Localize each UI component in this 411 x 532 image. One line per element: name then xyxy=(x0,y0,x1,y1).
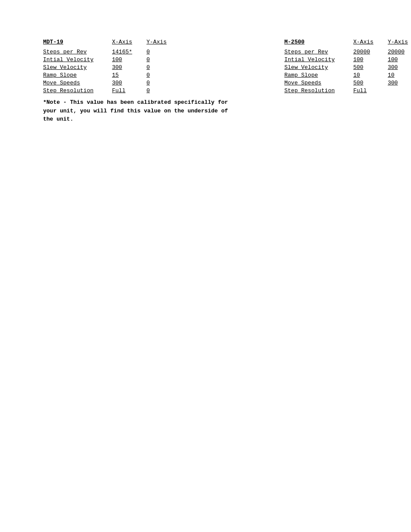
mdt19-move-label: Move Speeds xyxy=(43,80,112,86)
mdt19-stepres-label: Step Resolution xyxy=(43,87,112,94)
m2500-row-step-res: Step Resolution Full xyxy=(284,87,411,94)
m2500-intial-label: Intial Velocity xyxy=(284,56,353,63)
calibration-note: *Note - This value has been calibrated s… xyxy=(43,98,241,124)
m2500-slew-label: Slew Velocity xyxy=(284,64,353,71)
mdt19-section: MDT-19 X-Axis Y-Axis Steps per Rev 14165… xyxy=(43,39,241,125)
m2500-move-label: Move Speeds xyxy=(284,80,353,86)
mdt19-slew-x: 300 xyxy=(112,64,146,71)
m2500-row-ramp: Ramp Slope 10 10 xyxy=(284,72,411,78)
m2500-intial-x: 100 xyxy=(353,56,388,63)
m2500-slew-y: 300 xyxy=(388,64,411,71)
m2500-y-axis-header: Y-Axis xyxy=(388,39,411,45)
mdt19-intial-x: 100 xyxy=(112,56,146,63)
m2500-slew-x: 500 xyxy=(353,64,388,71)
m2500-title: M-2500 xyxy=(284,39,305,45)
mdt19-row-steps: Steps per Rev 14165* 0 xyxy=(43,49,241,55)
mdt19-row-slew: Slew Velocity 300 0 xyxy=(43,64,241,71)
m2500-row-move: Move Speeds 500 300 xyxy=(284,80,411,86)
m2500-row-intial: Intial Velocity 100 100 xyxy=(284,56,411,63)
m2500-move-y: 300 xyxy=(388,80,411,86)
m2500-stepres-label: Step Resolution xyxy=(284,87,353,94)
mdt19-row-step-res: Step Resolution Full 0 xyxy=(43,87,241,94)
m2500-intial-y: 100 xyxy=(388,56,411,63)
m2500-section: M-2500 X-Axis Y-Axis Steps per Rev 20000… xyxy=(284,39,411,125)
mdt19-steps-x: 14165* xyxy=(112,49,146,55)
m2500-move-x: 500 xyxy=(353,80,388,86)
mdt19-row-ramp: Ramp Slope 15 0 xyxy=(43,72,241,78)
mdt19-intial-label: Intial Velocity xyxy=(43,56,112,63)
mdt19-move-x: 300 xyxy=(112,80,146,86)
mdt19-ramp-x: 15 xyxy=(112,72,146,78)
m2500-steps-label: Steps per Rev xyxy=(284,49,353,55)
mdt19-ramp-y: 0 xyxy=(146,72,181,78)
mdt19-y-axis-header: Y-Axis xyxy=(146,39,181,45)
mdt19-steps-label: Steps per Rev xyxy=(43,49,112,55)
mdt19-x-axis-header: X-Axis xyxy=(112,39,146,45)
m2500-x-axis-header: X-Axis xyxy=(353,39,388,45)
m2500-steps-y: 20000 xyxy=(388,49,411,55)
m2500-row-slew: Slew Velocity 500 300 xyxy=(284,64,411,71)
mdt19-ramp-label: Ramp Slope xyxy=(43,72,112,78)
mdt19-row-intial: Intial Velocity 100 0 xyxy=(43,56,241,63)
mdt19-stepres-x: Full xyxy=(112,87,146,94)
mdt19-stepres-y: 0 xyxy=(146,87,181,94)
mdt19-move-y: 0 xyxy=(146,80,181,86)
m2500-stepres-x: Full xyxy=(353,87,388,94)
m2500-row-steps: Steps per Rev 20000 20000 xyxy=(284,49,411,55)
m2500-ramp-y: 10 xyxy=(388,72,411,78)
mdt19-slew-y: 0 xyxy=(146,64,181,71)
mdt19-steps-y: 0 xyxy=(146,49,181,55)
m2500-ramp-label: Ramp Slope xyxy=(284,72,353,78)
m2500-steps-x: 20000 xyxy=(353,49,388,55)
mdt19-row-move: Move Speeds 300 0 xyxy=(43,80,241,86)
m2500-ramp-x: 10 xyxy=(353,72,388,78)
mdt19-intial-y: 0 xyxy=(146,56,181,63)
mdt19-slew-label: Slew Velocity xyxy=(43,64,112,71)
mdt19-title: MDT-19 xyxy=(43,39,63,45)
